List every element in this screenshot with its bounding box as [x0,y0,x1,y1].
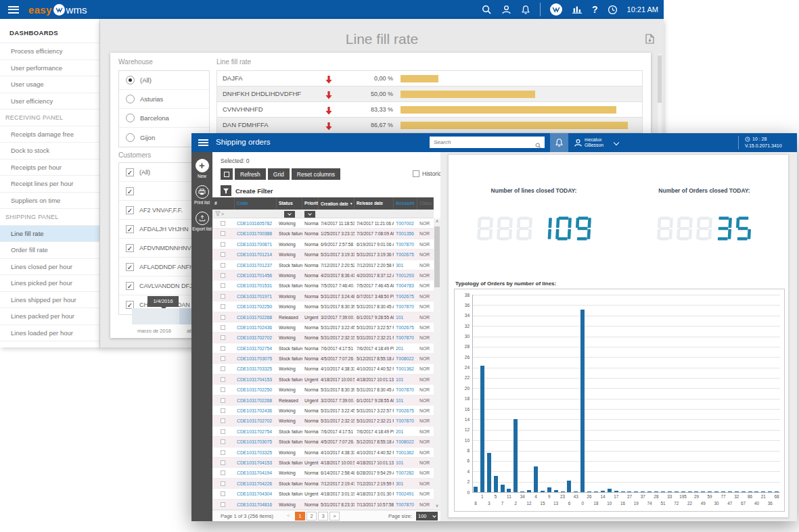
order-row[interactable]: CDE1031701214WorkingNormal5/31/2017 3:19… [212,249,434,260]
next-page-button[interactable]: > [329,512,340,521]
row-checkbox[interactable] [221,418,225,423]
order-code-link[interactable]: CDE1031702268 [235,312,277,322]
fill-rate-row[interactable]: DNHFKH DHDLIHDVDFHF50,00 % [217,87,642,102]
order-account-link[interactable]: 101 [394,458,417,468]
order-account-link[interactable]: T001362 [394,448,417,458]
order-row[interactable]: CDE1031702250WorkingNormal5/31/2017 8:30… [212,385,434,395]
row-checkbox[interactable] [221,335,225,340]
sidebar-item[interactable]: Dock to stock [0,143,99,160]
order-row[interactable]: CDE1031703325WorkingNormal4/10/2017 4:38… [212,448,434,458]
fill-rate-row[interactable]: CVNVHNHFD83,33 % [217,102,642,118]
table-scrollbar[interactable]: ˄ ˅ [434,218,440,510]
checkbox-icon[interactable]: ✓ [126,206,134,214]
refresh-button[interactable]: Refresh [235,168,266,180]
sidebar-item[interactable]: Lines loaded per hour [0,325,99,342]
notifications-bell-icon[interactable] [521,5,530,15]
sidebar-item[interactable]: User performance [0,60,99,77]
filter-funnel-icon[interactable]: > [215,211,224,216]
sidebar-item[interactable]: Lines shipped per hour [0,292,99,309]
reset-columns-button[interactable]: Reset columns [292,168,340,180]
order-row[interactable]: CDE1031702702WorkingNormal5/31/2017 2:32… [212,333,434,343]
order-row[interactable]: CDE1031605782WorkingNormal7/4/2017 11:18… [212,218,434,228]
sidebar-item[interactable]: User usage [0,76,99,93]
user-icon[interactable] [501,5,511,15]
order-account-link[interactable]: 201 [394,427,417,437]
row-checkbox[interactable] [221,470,225,475]
sidebar-item[interactable]: Receipts per hour [0,160,99,176]
column-header-account[interactable]: Account [394,197,417,210]
row-checkbox[interactable] [221,294,225,299]
order-code-link[interactable]: CDE1031702702 [235,333,277,343]
order-row[interactable]: CDE1031703075Stock failureNormal4/5/2017… [212,354,434,364]
row-checkbox[interactable] [221,325,225,330]
page-button[interactable]: 1 [295,512,305,521]
order-row[interactable]: CDE1031702754Stock failureNormal7/6/2017… [212,427,434,437]
fill-rate-row[interactable]: DAN FDMHFFA86,67 % [217,118,642,133]
row-checkbox[interactable] [221,221,225,226]
row-checkbox[interactable] [221,450,225,455]
column-header-release-date[interactable]: Release date [355,197,394,210]
order-row[interactable]: CDE1031702268ReleasedUrgent3/2/2017 7:39… [212,395,434,406]
row-checkbox[interactable] [221,491,225,496]
export-list-button[interactable]: Export list [191,212,212,231]
order-account-link[interactable]: 101 [394,395,417,406]
page-size-select[interactable]: 100 [416,512,438,521]
row-checkbox[interactable] [221,273,225,278]
order-code-link[interactable]: CDE1031703075 [235,437,277,447]
page-button[interactable]: 3 [318,512,328,521]
order-code-link[interactable]: CDE1031704194 [235,468,277,478]
sidebar-item[interactable]: Lines packed per hour [0,308,99,325]
order-row[interactable]: CDE1031704304Stock failureUrgent4/18/201… [212,489,434,499]
order-account-link[interactable]: T007870 [394,416,417,426]
search-icon[interactable] [535,139,541,151]
warehouse-option[interactable]: (All) [119,71,209,90]
order-account-link[interactable]: T008022 [394,437,417,447]
search-icon[interactable] [482,5,492,15]
order-row[interactable]: CDE1031702268ReleasedUrgent3/2/2017 7:39… [212,312,434,322]
column-header--[interactable]: # [212,197,235,210]
row-checkbox[interactable] [221,429,225,434]
warehouse-option[interactable]: Barcelona [119,109,209,128]
order-row[interactable]: CDE1031704194WorkingNormal6/14/2017 2:58… [212,468,434,478]
order-row[interactable]: CDE1031701971WorkingNormal5/31/2017 3:24… [212,291,434,301]
warehouse-option[interactable]: Asturias [119,90,209,109]
order-account-link[interactable]: T007870 [394,385,417,395]
statistics-icon[interactable] [572,5,583,14]
menu-icon[interactable] [198,139,208,146]
sidebar-item[interactable]: Line fill rate [0,226,99,243]
order-row[interactable]: CDE1031704153Stock failureUrgent4/18/201… [212,374,434,385]
user-name[interactable]: mecalux GBesson [585,137,603,148]
sidebar-item[interactable]: Lines picked per hour [0,275,99,292]
row-checkbox[interactable] [221,439,225,444]
order-code-link[interactable]: CDE1031703325 [235,448,277,458]
radio-icon[interactable] [126,114,135,122]
chevron-down-icon[interactable] [614,140,619,145]
order-code-link[interactable]: CDE1031703325 [235,364,277,374]
order-account-link[interactable]: T001356 [394,228,417,239]
order-row[interactable]: CDE1031700388Stock failureNormal1/25/201… [212,228,434,239]
search-input[interactable] [430,137,545,148]
order-code-link[interactable]: CDE1031701531 [235,281,277,291]
order-code-link[interactable]: CDE1031605782 [235,218,277,228]
row-checkbox[interactable] [221,502,225,507]
notifications-bell-icon[interactable] [550,133,568,152]
checkbox-icon[interactable]: ✓ [126,244,134,252]
order-row[interactable]: CDE1031702436WorkingNormal5/31/2017 3:22… [212,406,434,416]
order-code-link[interactable]: CDE1031704153 [235,458,277,468]
row-checkbox[interactable] [221,283,225,288]
priority-filter-dropdown[interactable] [304,211,315,218]
sidebar-item[interactable]: Receipts damage free [0,126,99,143]
checkbox-icon[interactable]: ✓ [126,187,134,195]
sidebar-item[interactable]: Lines closed per hour [0,259,99,276]
order-row[interactable]: CDE1031704226Stock failureNormal7/12/201… [212,479,434,489]
scroll-up-icon[interactable]: ˄ [434,218,440,225]
help-icon[interactable]: ? [592,4,598,15]
order-code-link[interactable]: CDE1031702436 [235,406,277,416]
order-code-link[interactable]: CDE1031704226 [235,479,277,489]
order-code-link[interactable]: CDE1031703075 [235,354,277,364]
column-header-status[interactable]: Status [277,197,302,210]
status-filter-dropdown[interactable] [284,211,295,218]
radio-icon[interactable] [126,95,135,103]
historic-checkbox[interactable]: Historic [413,170,441,177]
checkbox-icon[interactable]: ✓ [126,263,134,271]
